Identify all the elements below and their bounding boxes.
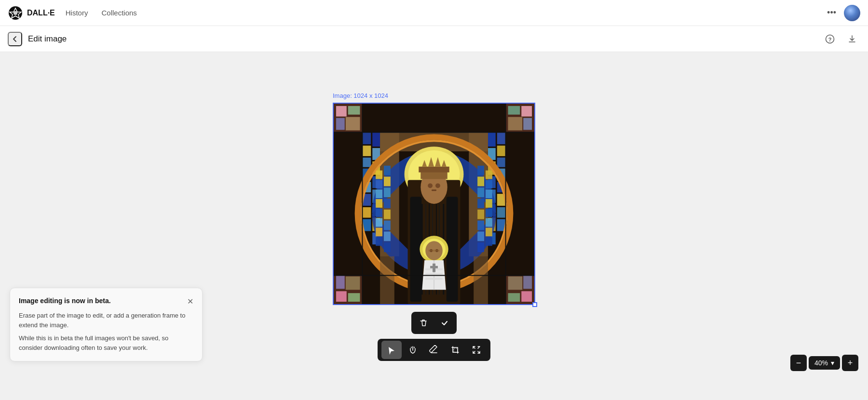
zoom-level-button[interactable]: 40% ▾ xyxy=(809,356,840,370)
select-tool-button[interactable] xyxy=(381,341,402,359)
svg-rect-9 xyxy=(346,117,360,131)
image-action-bar xyxy=(411,312,457,334)
help-icon: ? xyxy=(825,34,835,44)
svg-rect-78 xyxy=(486,171,492,179)
svg-rect-23 xyxy=(523,276,532,289)
svg-rect-85 xyxy=(486,237,492,246)
svg-rect-65 xyxy=(376,199,382,208)
history-nav-link[interactable]: History xyxy=(61,7,93,19)
back-button[interactable] xyxy=(8,32,22,46)
beta-card-text-2: While this is in beta the full images wo… xyxy=(19,333,193,352)
expand-frame-icon xyxy=(472,345,481,355)
page-title: Edit image xyxy=(28,34,67,44)
svg-rect-89 xyxy=(477,199,484,208)
svg-rect-66 xyxy=(376,209,382,217)
more-options-button[interactable]: ••• xyxy=(823,6,840,20)
svg-rect-124 xyxy=(425,273,443,275)
image-canvas[interactable] xyxy=(333,103,535,305)
download-button[interactable] xyxy=(844,31,860,47)
svg-rect-67 xyxy=(376,218,382,227)
svg-rect-63 xyxy=(376,180,382,188)
svg-rect-34 xyxy=(497,146,506,156)
svg-rect-92 xyxy=(477,231,484,241)
svg-point-104 xyxy=(428,183,433,188)
svg-rect-39 xyxy=(497,207,506,218)
svg-point-105 xyxy=(435,183,440,188)
svg-rect-18 xyxy=(336,276,345,289)
svg-rect-16 xyxy=(336,291,347,302)
svg-rect-7 xyxy=(348,106,360,115)
beta-card-body: Erase part of the image to edit, or add … xyxy=(19,311,193,352)
beta-card-title: Image editing is now in beta. xyxy=(19,297,111,305)
svg-rect-27 xyxy=(362,158,371,167)
help-button[interactable]: ? xyxy=(822,31,838,47)
avatar-image xyxy=(844,5,860,21)
download-icon xyxy=(847,34,857,44)
svg-rect-13 xyxy=(523,118,532,130)
svg-rect-72 xyxy=(384,187,391,197)
stained-glass-image xyxy=(334,104,534,304)
svg-rect-83 xyxy=(486,218,492,227)
svg-rect-71 xyxy=(384,177,391,187)
hand-icon xyxy=(408,345,418,355)
svg-rect-22 xyxy=(508,293,520,302)
top-nav: DALL·E History Collections ••• xyxy=(0,0,868,26)
svg-rect-129 xyxy=(474,256,488,304)
svg-rect-87 xyxy=(477,177,484,187)
collections-nav-link[interactable]: Collections xyxy=(96,7,141,19)
svg-rect-74 xyxy=(384,210,391,219)
frame-tool-button[interactable] xyxy=(466,341,487,359)
svg-rect-17 xyxy=(348,293,360,302)
eraser-tool-button[interactable] xyxy=(424,341,444,359)
trash-icon xyxy=(419,319,428,327)
beta-card-close-button[interactable]: ✕ xyxy=(187,297,193,306)
svg-rect-121 xyxy=(428,250,440,252)
svg-rect-82 xyxy=(486,209,492,217)
svg-rect-49 xyxy=(488,132,496,147)
svg-rect-91 xyxy=(477,221,484,230)
svg-rect-80 xyxy=(486,189,492,198)
svg-rect-73 xyxy=(384,199,391,208)
svg-text:?: ? xyxy=(828,36,832,42)
svg-rect-11 xyxy=(521,106,532,117)
svg-rect-31 xyxy=(362,207,371,218)
svg-rect-86 xyxy=(477,166,484,175)
svg-rect-81 xyxy=(486,199,492,208)
svg-rect-24 xyxy=(508,277,523,290)
delete-selection-button[interactable] xyxy=(413,314,434,332)
confirm-selection-button[interactable] xyxy=(434,314,455,332)
svg-rect-125 xyxy=(425,278,443,280)
svg-rect-88 xyxy=(477,187,484,197)
svg-rect-134 xyxy=(454,348,458,352)
pan-tool-button[interactable] xyxy=(403,341,423,359)
svg-rect-68 xyxy=(376,228,382,237)
svg-rect-76 xyxy=(384,231,391,241)
sub-header: Edit image ? xyxy=(0,26,868,52)
checkmark-icon xyxy=(440,319,449,327)
beta-notice-card: Image editing is now in beta. ✕ Erase pa… xyxy=(10,288,203,361)
svg-rect-62 xyxy=(376,171,382,179)
svg-rect-25 xyxy=(362,132,371,144)
dalle-logo-icon xyxy=(8,5,23,21)
crop-tool-button[interactable] xyxy=(445,341,465,359)
svg-rect-70 xyxy=(384,166,391,175)
zoom-value: 40% xyxy=(814,359,828,367)
svg-rect-106 xyxy=(432,189,436,191)
resize-handle[interactable] xyxy=(532,302,537,307)
svg-rect-127 xyxy=(430,266,438,268)
zoom-out-button[interactable]: − xyxy=(790,355,807,371)
image-dimensions-label: Image: 1024 x 1024 xyxy=(333,92,388,99)
svg-rect-33 xyxy=(497,132,506,144)
user-avatar[interactable] xyxy=(844,5,860,21)
zoom-in-button[interactable]: + xyxy=(842,355,858,371)
beta-card-header: Image editing is now in beta. ✕ xyxy=(19,297,193,306)
svg-rect-8 xyxy=(336,118,345,130)
svg-rect-77 xyxy=(384,242,391,252)
beta-card-text-1: Erase part of the image to edit, or add … xyxy=(19,311,193,330)
svg-rect-84 xyxy=(486,228,492,237)
eraser-icon xyxy=(429,345,439,355)
svg-rect-35 xyxy=(497,158,506,167)
logo-text: DALL·E xyxy=(27,9,55,17)
svg-rect-128 xyxy=(380,256,394,304)
svg-rect-6 xyxy=(336,106,347,117)
